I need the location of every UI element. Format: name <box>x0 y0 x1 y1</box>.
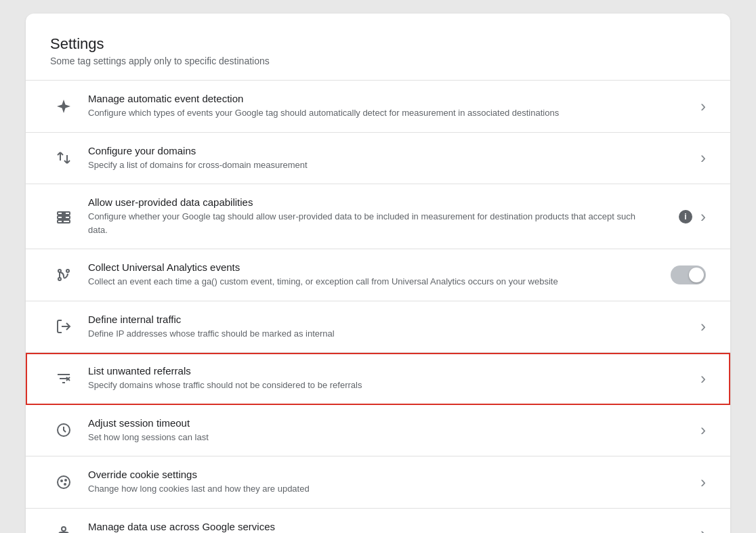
item-title: List unwanted referrals <box>88 365 692 377</box>
settings-item-adjust-session-timeout[interactable]: Adjust session timeoutSet how long sessi… <box>26 405 730 457</box>
filter-x-icon <box>50 370 77 387</box>
item-content: Configure your domainsSpecify a list of … <box>88 145 692 172</box>
item-action: › <box>700 317 706 336</box>
settings-item-override-cookie-settings[interactable]: Override cookie settingsChange how long … <box>26 456 730 509</box>
item-title: Collect Universal Analytics events <box>88 261 663 273</box>
settings-item-manage-data-use[interactable]: Manage data use across Google servicesCh… <box>26 509 730 534</box>
item-action: i› <box>679 207 706 226</box>
svg-point-12 <box>65 479 66 481</box>
chevron-right-icon: › <box>700 473 706 492</box>
page-header: Settings Some tag settings apply only to… <box>26 35 730 81</box>
list-check-icon <box>50 209 77 225</box>
sparkle-icon <box>50 98 77 114</box>
chevron-right-icon: › <box>700 317 706 336</box>
item-description: Set how long sessions can last <box>88 431 644 444</box>
item-content: List unwanted referralsSpecify domains w… <box>88 365 692 392</box>
chevron-right-icon: › <box>700 207 706 226</box>
settings-item-list-unwanted-referrals[interactable]: List unwanted referralsSpecify domains w… <box>26 353 730 405</box>
exit-box-icon <box>50 318 77 335</box>
item-content: Allow user-provided data capabilitiesCon… <box>88 196 671 236</box>
arrows-icon <box>50 150 77 166</box>
item-action: › <box>700 524 706 533</box>
settings-item-configure-domains[interactable]: Configure your domainsSpecify a list of … <box>26 133 730 185</box>
svg-point-4 <box>66 270 69 272</box>
item-description: Define IP addresses whose traffic should… <box>88 327 644 341</box>
item-action: › <box>700 369 706 388</box>
info-icon[interactable]: i <box>679 210 692 223</box>
item-content: Manage data use across Google servicesCh… <box>88 521 692 534</box>
svg-point-11 <box>64 484 66 485</box>
item-description: Change how long cookies last and how the… <box>88 482 644 496</box>
item-title: Allow user-provided data capabilities <box>88 196 671 208</box>
item-action: › <box>700 148 706 167</box>
svg-point-3 <box>58 278 61 280</box>
item-title: Configure your domains <box>88 145 692 156</box>
item-action: › <box>700 421 706 440</box>
item-title: Manage automatic event detection <box>88 93 692 104</box>
branch-icon <box>50 267 77 283</box>
settings-item-collect-ua-events[interactable]: Collect Universal Analytics eventsCollec… <box>26 249 730 301</box>
page-subtitle: Some tag settings apply only to specific… <box>50 56 706 66</box>
item-action <box>671 265 706 284</box>
item-content: Adjust session timeoutSet how long sessi… <box>88 417 692 444</box>
settings-item-user-provided-data[interactable]: Allow user-provided data capabilitiesCon… <box>26 184 730 249</box>
item-content: Collect Universal Analytics eventsCollec… <box>88 261 663 289</box>
settings-item-manage-automatic[interactable]: Manage automatic event detectionConfigur… <box>26 81 730 133</box>
item-action: › <box>700 473 706 492</box>
item-description: Specify a list of domains for cross-doma… <box>88 158 644 172</box>
chevron-right-icon: › <box>700 97 706 116</box>
chevron-right-icon: › <box>700 148 706 167</box>
item-title: Adjust session timeout <box>88 417 692 429</box>
item-action: › <box>700 97 706 116</box>
svg-point-10 <box>61 480 62 482</box>
chevron-right-icon: › <box>700 369 706 388</box>
settings-list: Manage automatic event detectionConfigur… <box>26 81 730 533</box>
item-description: Collect an event each time a ga() custom… <box>88 275 644 289</box>
settings-card: Settings Some tag settings apply only to… <box>26 14 730 533</box>
item-content: Define internal trafficDefine IP address… <box>88 314 692 341</box>
settings-item-define-internal-traffic[interactable]: Define internal trafficDefine IP address… <box>26 301 730 354</box>
toggle-switch[interactable] <box>671 265 706 284</box>
item-title: Override cookie settings <box>88 469 692 480</box>
item-description: Specify domains whose traffic should not… <box>88 379 644 392</box>
item-content: Manage automatic event detectionConfigur… <box>88 93 692 120</box>
svg-point-15 <box>62 527 66 531</box>
item-title: Manage data use across Google services <box>88 521 692 532</box>
item-description: Configure which types of events your Goo… <box>88 106 644 120</box>
svg-point-9 <box>58 476 70 488</box>
item-description: Configure whether your Google tag should… <box>88 210 644 236</box>
item-title: Define internal traffic <box>88 314 692 325</box>
cookie-icon <box>50 474 77 490</box>
page-title: Settings <box>50 35 706 53</box>
chevron-right-icon: › <box>700 524 706 533</box>
item-content: Override cookie settingsChange how long … <box>88 469 692 496</box>
people-network-icon <box>50 526 77 533</box>
clock-icon <box>50 422 77 438</box>
chevron-right-icon: › <box>700 421 706 440</box>
